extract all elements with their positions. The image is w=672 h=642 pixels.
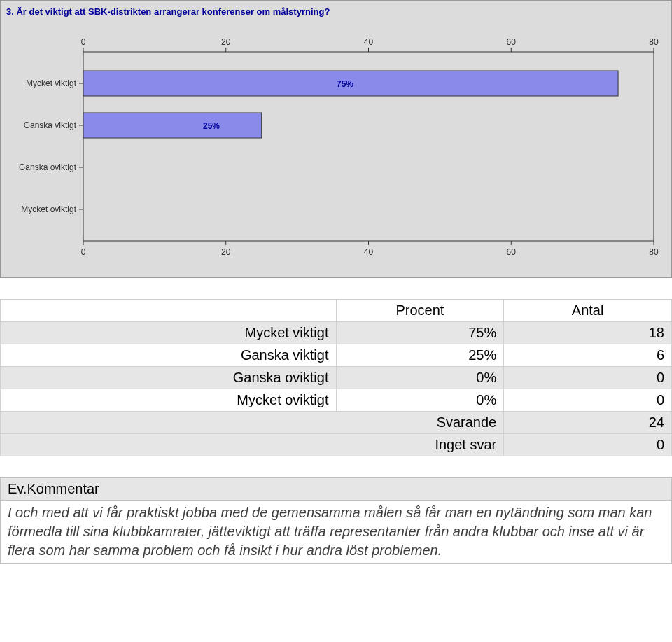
comment-body: I och med att vi får praktiskt jobba med…: [1, 501, 671, 563]
svg-text:Ganska oviktigt: Ganska oviktigt: [19, 162, 77, 172]
svg-text:75%: 75%: [337, 79, 354, 89]
bar-ganska-viktigt: [83, 113, 262, 138]
svg-text:0: 0: [81, 247, 86, 257]
x-axis-bottom: 0 20 40 60 80: [81, 241, 659, 257]
comment-heading: Ev.Kommentar: [1, 478, 671, 501]
chart-title: 3. Är det viktigt att SBK-distrikten arr…: [6, 6, 666, 17]
results-table-wrap: Procent Antal Mycket viktigt 75% 18 Gans…: [0, 299, 672, 456]
bars: 75% 25%: [83, 71, 618, 138]
svg-text:40: 40: [364, 247, 374, 257]
svg-text:0: 0: [81, 37, 86, 47]
table-row: Mycket oviktigt 0% 0: [1, 389, 672, 412]
table-row: Ganska viktigt 25% 6: [1, 344, 672, 367]
svg-text:Mycket oviktigt: Mycket oviktigt: [21, 204, 76, 214]
svg-text:80: 80: [649, 247, 659, 257]
svg-text:20: 20: [221, 37, 231, 47]
svg-text:Ganska viktigt: Ganska viktigt: [24, 120, 77, 130]
table-row: Ganska oviktigt 0% 0: [1, 367, 672, 389]
comment-box: Ev.Kommentar I och med att vi får prakti…: [0, 477, 672, 564]
svg-text:Mycket viktigt: Mycket viktigt: [26, 78, 77, 88]
results-table: Procent Antal Mycket viktigt 75% 18 Gans…: [0, 299, 672, 456]
col-procent: Procent: [336, 300, 504, 322]
svg-text:80: 80: [649, 37, 659, 47]
table-row: Mycket viktigt 75% 18: [1, 322, 672, 344]
chart-panel: 3. Är det viktigt att SBK-distrikten arr…: [0, 0, 672, 278]
svg-text:20: 20: [221, 247, 231, 257]
svg-text:60: 60: [507, 37, 517, 47]
col-antal: Antal: [504, 300, 672, 322]
bar-chart: 0 20 40 60 80 0 20 40 60 80 Mycket vik: [6, 24, 664, 269]
table-row-summary: Inget svar 0: [1, 434, 672, 456]
y-axis: Mycket viktigt Ganska viktigt Ganska ovi…: [19, 78, 83, 214]
svg-text:60: 60: [507, 247, 517, 257]
svg-text:25%: 25%: [203, 121, 220, 131]
table-row-summary: Svarande 24: [1, 412, 672, 434]
svg-text:40: 40: [364, 37, 374, 47]
x-axis-top: 0 20 40 60 80: [81, 37, 659, 52]
